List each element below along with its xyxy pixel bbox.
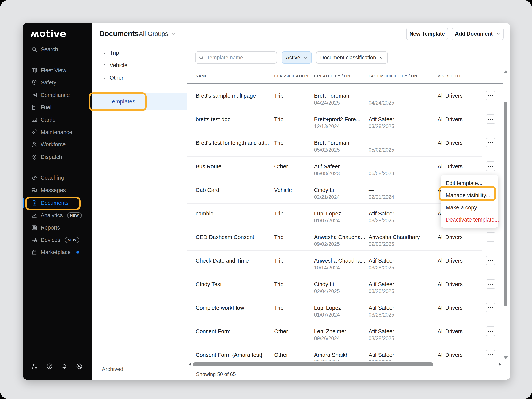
ellipsis-icon	[492, 166, 493, 167]
account-icon[interactable]	[76, 363, 83, 370]
template-search-input[interactable]	[206, 54, 272, 61]
group-filter[interactable]: All Groups	[139, 23, 176, 45]
clipped-row-fragment	[285, 70, 309, 70]
scroll-right-arrow-icon[interactable]	[499, 362, 501, 366]
sidebar-item-coaching[interactable]: Coaching	[23, 172, 92, 183]
cell-modified-by: Anwesha Chaudhary	[369, 234, 420, 240]
add-document-button[interactable]: Add Document	[452, 28, 504, 40]
vertical-scrollbar[interactable]	[504, 68, 508, 361]
help-icon[interactable]	[46, 363, 53, 370]
classification-filter[interactable]: Document classification	[316, 51, 388, 64]
sidebar-item-compliance[interactable]: Compliance	[23, 90, 92, 100]
row-actions-button[interactable]	[486, 91, 495, 100]
sidebar-item-label: Reports	[41, 225, 60, 231]
table-row[interactable]: Consent FormOtherLeni Zneimer09/26/2024A…	[187, 321, 503, 345]
panel-item-archived[interactable]: Archived	[102, 366, 123, 372]
ellipsis-icon	[492, 95, 493, 96]
cell-modified-by: Atif Safeer	[369, 258, 394, 264]
cell-created-by: Anwesha Chaudha...	[314, 258, 365, 264]
cell-modified-by: Atif Safeer	[369, 281, 394, 287]
notifications-icon[interactable]	[61, 363, 68, 370]
search-icon	[199, 55, 204, 60]
ellipsis-icon	[490, 284, 491, 285]
sidebar-item-dispatch[interactable]: Dispatch	[23, 152, 92, 162]
cell-visible-to: All Drivers	[437, 93, 463, 99]
row-divider	[187, 345, 482, 345]
sidebar-item-maintenance[interactable]: Maintenance	[23, 127, 92, 138]
sidebar-item-workforce[interactable]: Workforce	[23, 139, 92, 150]
sidebar-item-safety[interactable]: Safety	[23, 77, 92, 88]
new-badge: NEW	[65, 237, 79, 243]
menu-item-manage-visibility[interactable]: Manage visibility...	[441, 189, 498, 201]
table-row[interactable]: Brett's test for length and att...TripBr…	[187, 133, 503, 156]
scroll-left-arrow-icon[interactable]	[189, 362, 191, 366]
cell-modified-by: Atif Safeer	[369, 352, 394, 358]
chevron-down-icon	[496, 31, 501, 36]
sidebar-item-devices[interactable]: DevicesNEW	[23, 235, 92, 245]
sidebar-item-label: Messages	[41, 187, 66, 193]
clipped-row-fragment	[324, 70, 348, 70]
sidebar-item-search[interactable]: Search	[23, 44, 92, 55]
cell-visible-to: All Drivers	[437, 163, 463, 170]
add-document-label: Add Document	[455, 31, 493, 37]
row-divider	[187, 298, 482, 298]
ellipsis-icon	[492, 284, 493, 285]
status-filter-value: Active	[286, 55, 300, 61]
tree-item-other[interactable]: Other	[92, 72, 187, 83]
status-filter[interactable]: Active	[282, 51, 312, 64]
menu-item-edit-template[interactable]: Edit template...	[441, 177, 498, 189]
horizontal-scrollbar-thumb[interactable]	[193, 362, 433, 366]
table-row[interactable]: bretts test docTripBrett+prod2 Fore...12…	[187, 109, 503, 133]
sidebar-item-reports[interactable]: Reports	[23, 222, 92, 233]
scroll-up-arrow-icon[interactable]	[504, 70, 508, 73]
table-row[interactable]: Brett's sample multipageTripBrett Forema…	[187, 86, 503, 109]
cell-created-by: Lupi Lopez	[314, 210, 341, 217]
ellipsis-icon	[492, 142, 493, 143]
row-actions-button[interactable]	[486, 256, 495, 265]
row-actions-button[interactable]	[486, 350, 495, 360]
sidebar-item-messages[interactable]: Messages	[23, 185, 92, 196]
cell-name: Check Date and Time	[196, 258, 249, 264]
table-row[interactable]: Complete workFlowTripLupi Lopez01/07/202…	[187, 298, 503, 321]
chart-icon	[31, 212, 38, 218]
sidebar-item-label: Maintenance	[41, 129, 72, 135]
row-actions-button[interactable]	[486, 232, 495, 242]
sidebar-item-label: Compliance	[41, 92, 70, 98]
row-actions-button[interactable]	[486, 138, 495, 147]
table-row[interactable]: CED Dashcam ConsentTripAnwesha Chaudha..…	[187, 227, 503, 250]
table-header-divider	[187, 83, 503, 84]
sidebar-item-marketplace[interactable]: Marketplace	[23, 247, 92, 257]
horizontal-scrollbar[interactable]	[187, 361, 503, 368]
tree-item-trip[interactable]: Trip	[92, 48, 187, 58]
cell-modified-on: 03/28/2025	[369, 265, 394, 271]
sidebar-item-fleet-view[interactable]: Fleet View	[23, 65, 92, 76]
row-actions-button[interactable]	[486, 303, 495, 312]
cell-created-on: 04/24/2025	[314, 100, 340, 106]
menu-item-make-a-copy[interactable]: Make a copy...	[441, 201, 498, 214]
row-actions-button[interactable]	[486, 162, 495, 171]
cell-created-by: Lupi Lopez	[314, 305, 341, 311]
user-settings-icon[interactable]	[31, 363, 38, 370]
table-row[interactable]: CIndy TestTripCindy Li02/04/2025Atif Saf…	[187, 274, 503, 298]
row-actions-button[interactable]	[486, 279, 495, 289]
sidebar-item-documents[interactable]: Documents	[23, 198, 92, 208]
row-actions-button[interactable]	[486, 326, 495, 336]
cell-created-on: 05/02/2025	[314, 147, 340, 153]
tree-item-vehicle[interactable]: Vehicle	[92, 60, 187, 70]
sidebar-item-cards[interactable]: Cards	[23, 114, 92, 125]
sidebar-item-label: Safety	[41, 79, 56, 86]
topbar: Documents All Groups New Template Add Do…	[92, 23, 510, 45]
cell-created-by: Cindy Li	[314, 187, 334, 193]
sidebar: ʍotive SearchFleet ViewSafetyComplianceF…	[23, 23, 92, 380]
table-row[interactable]: Check Date and TimeTripAnwesha Chaudha..…	[187, 250, 503, 274]
row-actions-button[interactable]	[486, 114, 495, 124]
sidebar-item-fuel[interactable]: Fuel	[23, 102, 92, 113]
sidebar-item-analytics[interactable]: AnalyticsNEW	[23, 210, 92, 221]
panel-item-templates[interactable]: Templates	[92, 93, 187, 110]
templates-table-area: Active Document classification NAMECLASS…	[187, 45, 510, 380]
table-row[interactable]: Consent Form {Amara test}OtherAmara Shai…	[187, 345, 503, 361]
new-template-button[interactable]: New Template	[406, 28, 448, 40]
vertical-scrollbar-thumb[interactable]	[504, 102, 507, 306]
menu-item-deactivate-template[interactable]: Deactivate template...	[441, 214, 498, 226]
scroll-down-arrow-icon[interactable]	[504, 356, 508, 359]
